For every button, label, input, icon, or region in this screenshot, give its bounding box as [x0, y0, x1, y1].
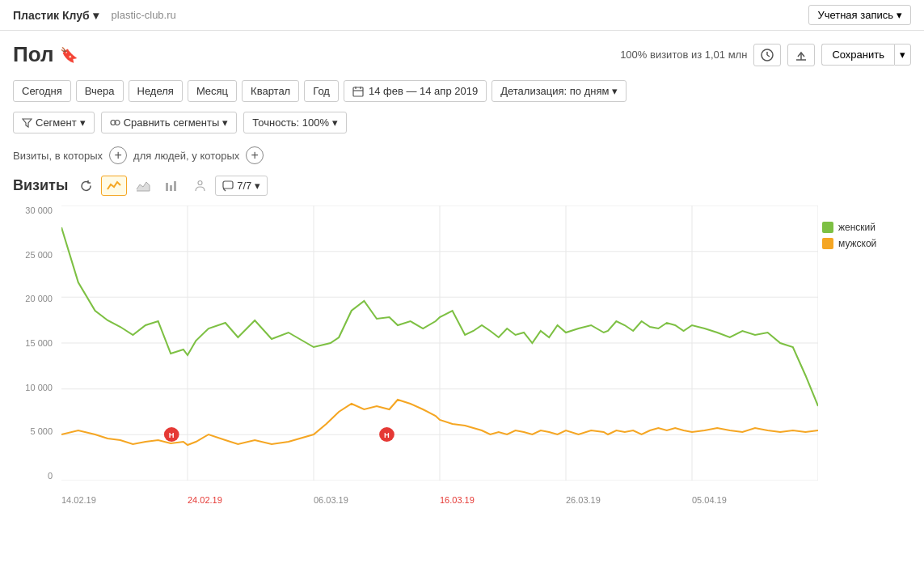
x-label-1603: 16.03.19 — [440, 495, 475, 505]
legend-label-male: мужской — [838, 238, 876, 249]
x-label-0504: 05.04.19 — [692, 495, 727, 505]
chevron-down-icon: ▾ — [222, 117, 228, 129]
y-label-25000: 25 000 — [25, 250, 53, 260]
person-icon — [194, 180, 206, 192]
chevron-down-icon: ▾ — [255, 180, 260, 192]
svg-rect-14 — [174, 181, 176, 191]
page-title-group: Пол 🔖 — [13, 42, 78, 67]
compare-icon — [110, 117, 120, 128]
detail-button[interactable]: Детализация: по дням ▾ — [492, 80, 627, 102]
chart-container: 30 000 25 000 20 000 15 000 10 000 5 000… — [13, 205, 911, 505]
account-button[interactable]: Учетная запись ▾ — [808, 5, 911, 25]
chevron-down-icon: ▾ — [332, 117, 338, 129]
y-label-15000: 15 000 — [25, 338, 53, 348]
legend-item-male: мужской — [822, 238, 911, 249]
bar-chart-tool-button[interactable] — [159, 176, 185, 196]
date-filter-row: Сегодня Вчера Неделя Месяц Квартал Год 1… — [13, 75, 911, 107]
svg-rect-17 — [223, 181, 233, 189]
nav-left: Пластик Клуб ▾ plastic-club.ru — [13, 9, 176, 22]
site-url: plastic-club.ru — [112, 9, 176, 21]
svg-rect-13 — [170, 185, 172, 191]
date-range-picker[interactable]: 14 фев — 14 апр 2019 — [344, 80, 487, 102]
filter-month[interactable]: Месяц — [188, 80, 237, 102]
y-label-0: 0 — [48, 471, 53, 481]
filter-today[interactable]: Сегодня — [13, 80, 71, 102]
clock-icon — [761, 49, 774, 61]
legend-color-male — [822, 238, 833, 249]
x-axis: 14.02.19 24.02.19 06.03.19 16.03.19 26.0… — [61, 495, 818, 505]
y-label-10000: 10 000 — [25, 383, 53, 392]
refresh-tool-button[interactable] — [74, 176, 98, 196]
title-actions: 100% визитов из 1,01 млн Сохранить — [620, 44, 911, 66]
x-label-0603: 06.03.19 — [314, 495, 348, 505]
chart-tools: 7/7 ▾ — [74, 176, 268, 196]
filter-icon — [22, 117, 32, 128]
people-chart-tool-button[interactable] — [188, 176, 212, 196]
chevron-down-icon: ▾ — [80, 117, 86, 129]
area-chart-icon — [136, 180, 150, 192]
x-label-2603: 26.03.19 — [566, 495, 601, 505]
line-chart-svg: Н Н — [61, 205, 818, 481]
chart-legend: женский мужской — [822, 222, 911, 254]
svg-text:Н: Н — [384, 431, 390, 439]
chevron-down-icon: ▾ — [612, 85, 618, 97]
svg-marker-9 — [23, 119, 32, 127]
upload-icon — [795, 49, 808, 61]
page-content: Пол 🔖 100% визитов из 1,01 млн — [0, 31, 924, 508]
chevron-down-icon: ▾ — [897, 9, 902, 21]
history-button[interactable] — [753, 44, 781, 66]
add-people-filter-button[interactable]: + — [246, 146, 264, 164]
line-chart-tool-button[interactable] — [101, 176, 127, 196]
svg-rect-5 — [353, 87, 363, 96]
segment-button[interactable]: Сегмент ▾ — [13, 112, 95, 133]
calendar-icon — [352, 86, 364, 97]
accuracy-button[interactable]: Точность: 100% ▾ — [243, 112, 347, 133]
save-dropdown-button[interactable]: ▾ — [894, 44, 911, 66]
save-group: Сохранить ▾ — [821, 44, 911, 66]
page-title-row: Пол 🔖 100% визитов из 1,01 млн — [13, 31, 911, 75]
visits-filter-prefix: Визиты, в которых — [13, 150, 103, 162]
legend-color-female — [822, 222, 833, 233]
filter-year[interactable]: Год — [304, 80, 339, 102]
svg-text:Н: Н — [169, 431, 175, 439]
y-label-20000: 20 000 — [25, 294, 53, 303]
svg-rect-12 — [166, 183, 168, 191]
filter-week[interactable]: Неделя — [129, 80, 183, 102]
site-name-dropdown[interactable]: Пластик Клуб ▾ — [13, 9, 99, 22]
line-chart-icon — [107, 180, 121, 192]
chart-section: Визиты — [13, 169, 911, 508]
chart-title: Визиты — [13, 177, 68, 194]
chart-title-row: Визиты — [13, 172, 911, 202]
metric-select-button[interactable]: 7/7 ▾ — [215, 176, 268, 196]
speech-bubble-icon — [222, 180, 234, 192]
x-label-2402: 24.02.19 — [188, 495, 222, 505]
visits-filter-row: Визиты, в которых + для людей, у которых… — [13, 138, 911, 169]
page-title: Пол — [13, 42, 53, 67]
save-button[interactable]: Сохранить — [821, 44, 894, 66]
filter-quarter[interactable]: Квартал — [242, 80, 299, 102]
compare-segments-button[interactable]: Сравнить сегменты ▾ — [101, 112, 238, 133]
y-label-5000: 5 000 — [30, 426, 53, 436]
svg-point-16 — [198, 181, 202, 185]
chevron-down-icon: ▾ — [93, 9, 99, 22]
export-button[interactable] — [787, 44, 815, 66]
area-chart-tool-button[interactable] — [130, 176, 156, 196]
svg-line-2 — [767, 55, 770, 57]
y-axis: 30 000 25 000 20 000 15 000 10 000 5 000… — [13, 205, 57, 481]
bar-chart-icon — [165, 180, 179, 192]
visits-filter-middle: для людей, у которых — [133, 150, 239, 162]
add-visits-filter-button[interactable]: + — [109, 146, 127, 164]
bookmark-icon[interactable]: 🔖 — [60, 46, 78, 64]
chevron-down-icon: ▾ — [900, 49, 905, 61]
visits-info: 100% визитов из 1,01 млн — [620, 49, 747, 61]
x-label-1402: 14.02.19 — [61, 495, 96, 505]
legend-item-female: женский — [822, 222, 911, 233]
legend-label-female: женский — [838, 222, 875, 233]
segment-row: Сегмент ▾ Сравнить сегменты ▾ Точность: … — [13, 107, 911, 138]
top-navigation: Пластик Клуб ▾ plastic-club.ru Учетная з… — [0, 0, 924, 31]
refresh-icon — [80, 180, 92, 192]
filter-yesterday[interactable]: Вчера — [76, 80, 124, 102]
y-label-30000: 30 000 — [25, 205, 53, 215]
